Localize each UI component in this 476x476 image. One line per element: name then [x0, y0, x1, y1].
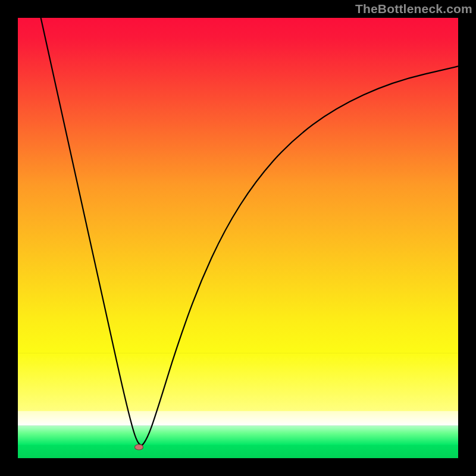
gradient-band	[18, 353, 458, 411]
watermark-text: TheBottleneck.com	[355, 2, 472, 16]
outer-frame: TheBottleneck.com	[0, 0, 476, 476]
gradient-band	[18, 445, 458, 458]
gradient-band	[18, 411, 458, 426]
gradient-band	[18, 425, 458, 445]
plot-area	[18, 18, 458, 458]
optimal-point-marker	[135, 444, 143, 450]
chart-canvas	[18, 18, 458, 458]
gradient-band	[18, 18, 458, 353]
